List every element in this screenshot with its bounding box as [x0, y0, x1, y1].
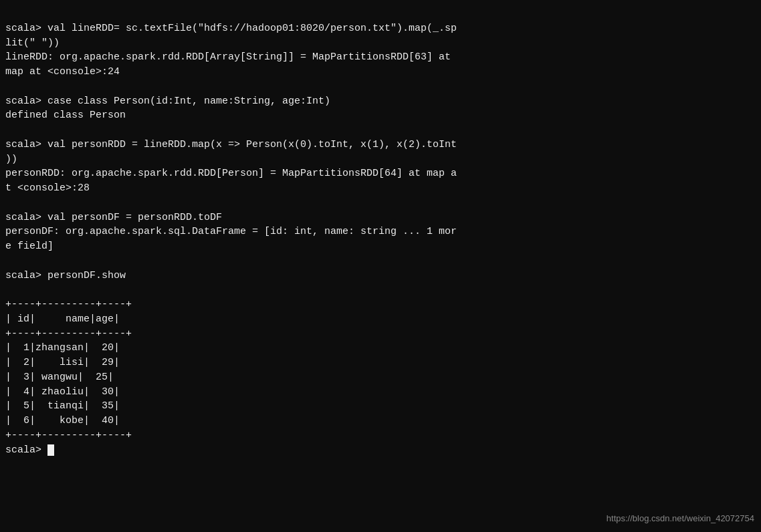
- line-16: e field]: [5, 241, 53, 252]
- line-11: personRDD: org.apache.spark.rdd.RDD[Pers…: [5, 168, 457, 179]
- final-prompt-text: scala>: [5, 444, 47, 456]
- line-9: scala> val personRDD = lineRDD.map(x => …: [5, 139, 457, 150]
- line-4: map at <console>:24: [5, 66, 120, 78]
- cursor-block: [47, 444, 54, 456]
- terminal-output: scala> val lineRDD= sc.textFile("hdfs://…: [5, 7, 756, 297]
- line-2: lit(" ")): [5, 37, 60, 49]
- line-18: scala> personDF.show: [5, 270, 126, 281]
- final-prompt-line: scala>: [5, 443, 756, 458]
- dataframe-table: +----+---------+----+ | id| name|age| +-…: [5, 297, 756, 443]
- line-1: scala> val lineRDD= sc.textFile("hdfs://…: [5, 23, 457, 34]
- watermark: https://blog.csdn.net/weixin_42072754: [607, 513, 754, 525]
- line-12: t <console>:28: [5, 182, 90, 194]
- terminal: scala> val lineRDD= sc.textFile("hdfs://…: [0, 0, 761, 532]
- line-14: scala> val personDF = personRDD.toDF: [5, 212, 222, 223]
- line-10: )): [5, 154, 17, 165]
- line-6: scala> case class Person(id:Int, name:St…: [5, 96, 330, 107]
- line-3: lineRDD: org.apache.spark.rdd.RDD[Array[…: [5, 51, 451, 63]
- line-15: personDF: org.apache.spark.sql.DataFrame…: [5, 226, 457, 237]
- line-7: defined class Person: [5, 110, 126, 121]
